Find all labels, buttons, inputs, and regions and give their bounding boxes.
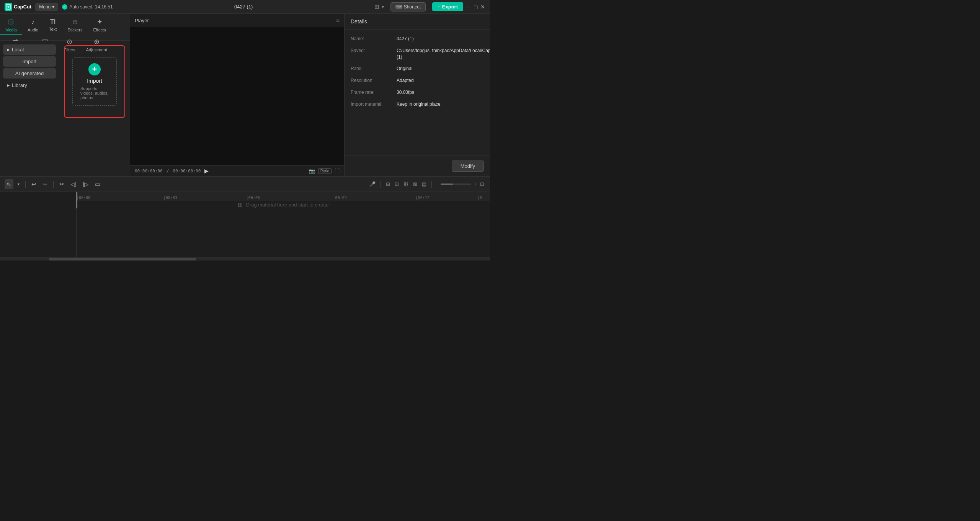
trim-left-tool[interactable]: ◁| <box>69 179 78 189</box>
subtitle-icon[interactable]: ▤ <box>421 180 428 188</box>
main-area: ⊡ Media ♪ Audio TI Text ☺ Stickers ✦ Eff… <box>0 14 490 176</box>
maximize-button[interactable]: ◻ <box>473 4 479 10</box>
select-dropdown[interactable]: ▾ <box>16 180 21 188</box>
topbar: CapCut Menu ▾ Auto saved: 14:16:51 0427 … <box>0 0 490 14</box>
timeline-scrollbar[interactable] <box>0 257 490 260</box>
sidebar-ai-button[interactable]: AI generated <box>3 68 56 79</box>
playhead-track <box>77 201 77 208</box>
timeline-scrollbar-thumb[interactable] <box>49 258 196 260</box>
playhead[interactable] <box>77 192 77 201</box>
topbar-right: ⊞ ▾ ⌨ Shortcut ↑ Export ─ ◻ ✕ <box>374 2 485 11</box>
resolution-value: Adapted <box>397 77 484 84</box>
select-tool[interactable]: ↖ <box>5 179 13 189</box>
toolbar-divider-3 <box>381 181 381 188</box>
import-material-label: Import material: <box>351 101 393 107</box>
zoom-out-button[interactable]: − <box>436 181 439 187</box>
ruler-mark-0: |00:00 <box>77 196 90 200</box>
framerate-label: Frame rate: <box>351 89 393 95</box>
minimize-button[interactable]: ─ <box>466 4 472 10</box>
modify-button[interactable]: Modify <box>452 161 484 172</box>
player-controls: 00:00:00:00 / 00:00:00:00 ▶ 📷 Ratio ⛶ <box>130 165 344 176</box>
tab-stickers[interactable]: ☺ Stickers <box>62 16 88 35</box>
play-button[interactable]: ▶ <box>204 168 209 174</box>
detail-row-saved: Saved: C:/Users/topgus_thinkpad/AppData/… <box>351 48 484 61</box>
ruler-mark-3: |00:03 <box>163 196 177 200</box>
media-content-area: + Import Supports: videos, audios, photo… <box>59 41 130 176</box>
sidebar-item-library[interactable]: ▶ Library <box>3 80 56 90</box>
detail-row-resolution: Resolution: Adapted <box>351 77 484 84</box>
timeline-labels <box>0 192 77 257</box>
tab-media[interactable]: ⊡ Media <box>0 15 22 35</box>
player-right-controls: 📷 Ratio ⛶ <box>309 168 340 174</box>
trim-right-tool[interactable]: |▷ <box>81 179 91 189</box>
sidebar-item-local[interactable]: ▶ Local <box>3 44 56 55</box>
camera-icon[interactable]: 📷 <box>309 168 315 174</box>
delete-tool[interactable]: ▭ <box>93 179 102 189</box>
audio-tab-icon: ♪ <box>31 18 35 26</box>
menu-button[interactable]: Menu ▾ <box>35 3 58 11</box>
detail-row-name: Name: 0427 (1) <box>351 36 484 42</box>
window-controls: ─ ◻ ✕ <box>466 4 485 10</box>
detail-row-framerate: Frame rate: 30.00fps <box>351 89 484 96</box>
tab-text[interactable]: TI Text <box>44 16 62 34</box>
framerate-value: 30.00fps <box>397 89 484 96</box>
zoom-slider[interactable] <box>441 183 471 185</box>
close-button[interactable]: ✕ <box>480 4 485 10</box>
keyboard-icon: ⌨ <box>395 4 402 10</box>
stickers-tab-icon: ☺ <box>72 18 78 26</box>
import-box-inner[interactable]: + Import Supports: videos, audios, photo… <box>72 57 117 106</box>
toolbar-divider-1 <box>25 181 26 188</box>
tab-audio[interactable]: ♪ Audio <box>22 16 44 35</box>
library-arrow-icon: ▶ <box>7 83 10 87</box>
player-current-time: 00:00:00:00 <box>135 169 163 174</box>
ruler-mark-end: |0 <box>478 196 482 200</box>
name-value: 0427 (1) <box>397 36 484 42</box>
player-menu-icon[interactable]: ≡ <box>336 17 340 24</box>
project-title: 0427 (1) <box>234 4 253 10</box>
timeline-ruler: |00:00 |00:03 |00:06 |00:09 |00:12 |0 <box>77 192 490 201</box>
undo-button[interactable]: ↩ <box>29 179 38 189</box>
ratio-button[interactable]: Ratio <box>318 168 332 174</box>
snap-icon[interactable]: ⊡ <box>394 180 400 188</box>
details-content: Name: 0427 (1) Saved: C:/Users/topgus_th… <box>345 29 490 156</box>
topbar-left: CapCut Menu ▾ Auto saved: 14:16:51 <box>5 3 113 11</box>
sidebar-library-label: Library <box>12 82 27 88</box>
toolbar-divider-2 <box>53 181 54 188</box>
tab-effects[interactable]: ✦ Effects <box>88 15 111 35</box>
left-inner: ▶ Local Import AI generated ▶ Library <box>0 41 130 176</box>
details-panel: Details Name: 0427 (1) Saved: C:/Users/t… <box>345 14 490 176</box>
effects-tab-icon: ✦ <box>97 18 103 26</box>
media-sidebar: ▶ Local Import AI generated ▶ Library <box>0 41 59 176</box>
redo-button[interactable]: ↪ <box>41 179 49 189</box>
player-title: Player <box>135 18 149 23</box>
audio-tab-label: Audio <box>28 28 38 32</box>
ruler-mark-6: |00:06 <box>246 196 260 200</box>
stickers-tab-label: Stickers <box>67 28 82 32</box>
export-button[interactable]: ↑ Export <box>432 2 463 11</box>
link-icon[interactable]: ⊞ <box>385 180 391 188</box>
shortcut-button[interactable]: ⌨ Shortcut <box>390 2 426 11</box>
chain-icon[interactable]: ⛓ <box>402 180 410 188</box>
capcut-logo: CapCut <box>5 3 31 11</box>
autosave-dot-icon <box>62 4 67 10</box>
split-tool[interactable]: ✂ <box>57 179 66 189</box>
zoom-in-button[interactable]: + <box>474 181 477 187</box>
media-tab-icon: ⊡ <box>8 18 14 26</box>
fullscreen-icon[interactable]: ⛶ <box>335 168 340 174</box>
text-tab-label: Text <box>49 27 57 31</box>
fit-timeline-icon[interactable]: ⊡ <box>479 180 485 188</box>
saved-label: Saved: <box>351 48 393 53</box>
capcut-name: CapCut <box>14 4 31 10</box>
microphone-icon[interactable]: 🎤 <box>368 180 377 188</box>
media-tab-label: Media <box>5 28 17 32</box>
detail-row-import-material: Import material: Keep in original place <box>351 101 484 108</box>
timeline-empty-area: ⊞ Drag material here and start to create <box>77 201 490 208</box>
drag-material-icon: ⊞ <box>238 201 243 208</box>
import-box[interactable]: + Import Supports: videos, audios, photo… <box>64 45 125 118</box>
details-footer: Modify <box>345 156 490 176</box>
menu-chevron-icon: ▾ <box>52 4 54 10</box>
drag-material-text: Drag material here and start to create <box>246 202 328 208</box>
import-material-value: Keep in original place <box>397 101 484 108</box>
sidebar-import-button[interactable]: Import <box>3 56 56 67</box>
split-audio-icon[interactable]: ⊠ <box>412 180 418 188</box>
